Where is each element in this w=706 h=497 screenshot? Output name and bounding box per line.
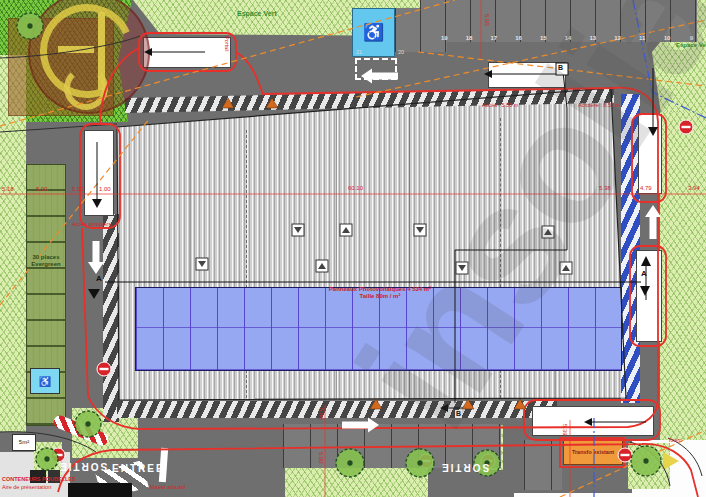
site-plan: ♿ 5m² ♿ Transfo existant — [0, 0, 706, 497]
sortie-left-label: SORTIE — [58, 461, 107, 472]
dim-5: 60.10 — [348, 185, 363, 192]
handicap-stall-number-left: 21 — [356, 49, 362, 55]
section-a-right: A — [641, 270, 647, 279]
stall-number: 17 — [481, 35, 506, 42]
totem-label: Totem — [668, 438, 682, 444]
section-a-left: A — [96, 275, 102, 284]
dim-v-right: 5.39 — [561, 424, 568, 436]
evergreen-label: 30 places Evergreen — [22, 254, 70, 267]
entree-label: ENTREE — [112, 463, 165, 474]
massif-label: Massif arbustif — [150, 484, 185, 490]
arrow-down-left-icon — [88, 241, 104, 274]
portail-label: Portail — [224, 36, 230, 52]
dim-2: 5.00 — [36, 186, 48, 193]
conteneurs-label-1: CONTENEURS POUBELLES — [2, 476, 76, 482]
dim-3: 5.00 — [72, 186, 84, 193]
dim-4: 1.00 — [99, 186, 111, 193]
arrow-left-top-icon — [361, 69, 398, 84]
stall-number: 19 — [432, 35, 457, 42]
espace-vert-top-label: Espace Vert — [237, 10, 277, 18]
conteneurs-label-2: Aire de présentation — [2, 484, 51, 490]
handicap-stall-number-right: 20 — [398, 49, 404, 55]
dim-v-top: 5.00 — [483, 14, 490, 26]
acces-pompiers-label: Accès pompiers — [72, 222, 114, 228]
dim-1: 5.18 — [2, 186, 14, 193]
stall-number: 18 — [457, 35, 482, 42]
dim-8: 3.94 — [688, 185, 700, 192]
